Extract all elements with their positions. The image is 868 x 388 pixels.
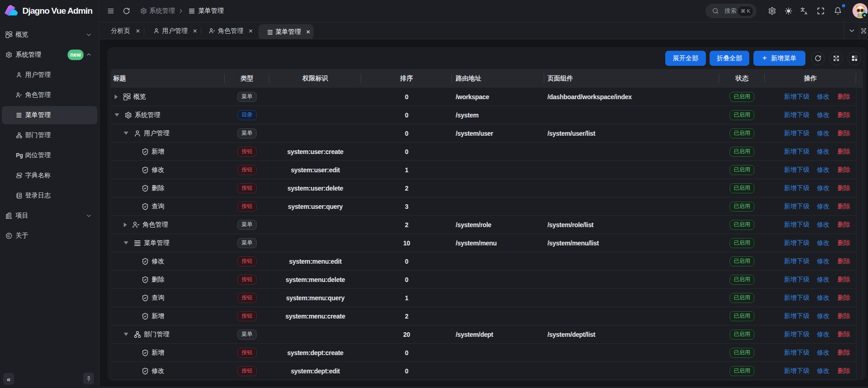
svg-text:A: A bbox=[805, 11, 807, 15]
